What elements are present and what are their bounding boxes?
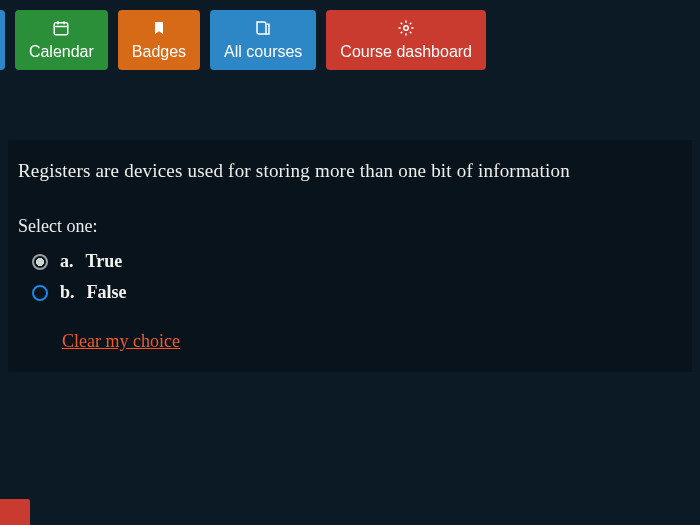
nav-item-partial[interactable]: e [0,10,5,70]
question-text: Registers are devices used for storing m… [18,160,682,182]
nav-label: Course dashboard [340,43,472,61]
book-icon [254,19,272,37]
nav-label: Calendar [29,43,94,61]
option-label: False [87,282,127,303]
nav-label: Badges [132,43,186,61]
calendar-icon [52,19,70,37]
nav-item-calendar[interactable]: Calendar [15,10,108,70]
svg-point-4 [404,26,409,31]
nav-item-badges[interactable]: Badges [118,10,200,70]
nav-item-all-courses[interactable]: All courses [210,10,316,70]
clear-choice-link[interactable]: Clear my choice [62,331,180,352]
nav-label: All courses [224,43,302,61]
bookmark-icon [151,19,167,37]
gear-icon [397,19,415,37]
option-letter: a. [60,251,74,272]
radio-icon [32,254,48,270]
top-nav: e Calendar Badges All courses Course das… [0,0,700,80]
svg-rect-0 [55,23,69,35]
option-b[interactable]: b. False [32,282,682,303]
nav-item-course-dashboard[interactable]: Course dashboard [326,10,486,70]
answer-prompt: Select one: [18,216,682,237]
option-a[interactable]: a. True [32,251,682,272]
option-label: True [86,251,123,272]
partial-red-element [0,499,30,525]
question-block: Registers are devices used for storing m… [8,140,692,372]
option-letter: b. [60,282,75,303]
radio-icon [32,285,48,301]
